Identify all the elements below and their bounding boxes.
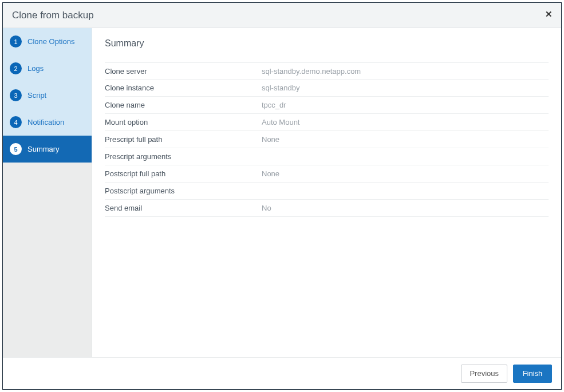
finish-button[interactable]: Finish: [513, 365, 552, 383]
step-label: Summary: [27, 145, 60, 153]
summary-row-postscript-path: Postscript full path None: [105, 165, 549, 183]
dialog-header: Clone from backup ✕: [3, 3, 561, 28]
step-number-badge: 2: [10, 62, 22, 74]
summary-value: sql-standby.demo.netapp.com: [262, 67, 549, 76]
summary-label: Prescript full path: [105, 135, 262, 144]
step-summary[interactable]: 5 Summary: [3, 136, 92, 163]
content-pane: Summary Clone server sql-standby.demo.ne…: [92, 28, 561, 357]
summary-row-send-email: Send email No: [105, 200, 549, 217]
step-label: Logs: [27, 64, 44, 73]
summary-value: Auto Mount: [262, 118, 549, 126]
summary-label: Send email: [105, 204, 262, 212]
summary-table: Clone server sql-standby.demo.netapp.com…: [105, 62, 549, 217]
step-logs[interactable]: 2 Logs: [3, 55, 92, 82]
step-number-badge: 1: [10, 35, 22, 47]
summary-value: None: [262, 169, 549, 178]
step-script[interactable]: 3 Script: [3, 82, 92, 109]
step-label: Notification: [27, 118, 64, 126]
close-icon[interactable]: ✕: [543, 9, 554, 20]
summary-value: No: [262, 204, 549, 212]
step-label: Script: [27, 91, 46, 100]
summary-label: Postscript arguments: [105, 187, 262, 195]
summary-label: Postscript full path: [105, 169, 262, 178]
step-number-badge: 5: [10, 143, 22, 155]
dialog-footer: Previous Finish: [3, 357, 561, 389]
clone-from-backup-dialog: Clone from backup ✕ 1 Clone Options 2 Lo…: [2, 2, 562, 390]
summary-label: Clone server: [105, 67, 262, 76]
summary-row-prescript-path: Prescript full path None: [105, 131, 549, 148]
dialog-title: Clone from backup: [12, 10, 94, 21]
summary-label: Prescript arguments: [105, 152, 262, 161]
summary-label: Clone name: [105, 101, 262, 109]
wizard-sidebar: 1 Clone Options 2 Logs 3 Script 4 Notifi…: [3, 28, 92, 357]
step-notification[interactable]: 4 Notification: [3, 109, 92, 136]
summary-row-clone-name: Clone name tpcc_dr: [105, 97, 549, 114]
summary-value: tpcc_dr: [262, 101, 549, 109]
content-heading: Summary: [105, 38, 549, 49]
summary-value: None: [262, 135, 549, 144]
step-number-badge: 3: [10, 89, 22, 101]
summary-value: sql-standby: [262, 84, 549, 92]
step-number-badge: 4: [10, 116, 22, 128]
previous-button[interactable]: Previous: [461, 365, 507, 383]
summary-row-postscript-args: Postscript arguments: [105, 183, 549, 200]
summary-label: Mount option: [105, 118, 262, 126]
dialog-body: 1 Clone Options 2 Logs 3 Script 4 Notifi…: [3, 28, 561, 357]
summary-label: Clone instance: [105, 84, 262, 92]
summary-row-prescript-args: Prescript arguments: [105, 148, 549, 165]
summary-row-mount-option: Mount option Auto Mount: [105, 114, 549, 131]
summary-row-clone-server: Clone server sql-standby.demo.netapp.com: [105, 62, 549, 80]
step-label: Clone Options: [27, 37, 74, 46]
step-clone-options[interactable]: 1 Clone Options: [3, 28, 92, 55]
summary-row-clone-instance: Clone instance sql-standby: [105, 80, 549, 97]
